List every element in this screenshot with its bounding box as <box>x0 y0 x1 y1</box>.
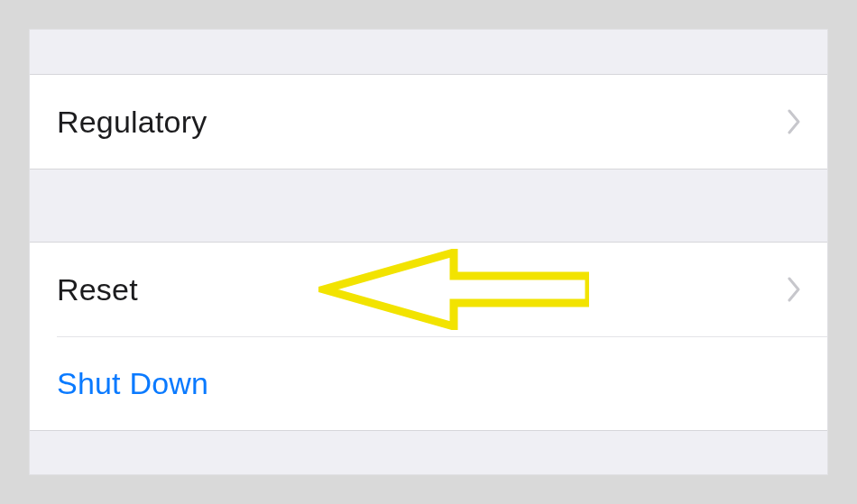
row-shut-down-label: Shut Down <box>57 366 802 401</box>
section-gap-top <box>30 30 827 75</box>
row-shut-down[interactable]: Shut Down <box>30 336 827 430</box>
section-gap-bottom <box>30 430 827 474</box>
chevron-right-icon <box>788 277 802 302</box>
settings-panel: Regulatory Reset Shut Down <box>29 29 828 475</box>
section-gap-mid <box>30 169 827 243</box>
row-reset[interactable]: Reset <box>30 243 827 336</box>
group-system: Reset Shut Down <box>30 243 827 430</box>
row-reset-label: Reset <box>57 272 788 307</box>
row-regulatory-label: Regulatory <box>57 105 788 140</box>
chevron-right-icon <box>788 109 802 134</box>
group-legal: Regulatory <box>30 75 827 169</box>
row-regulatory[interactable]: Regulatory <box>30 75 827 169</box>
